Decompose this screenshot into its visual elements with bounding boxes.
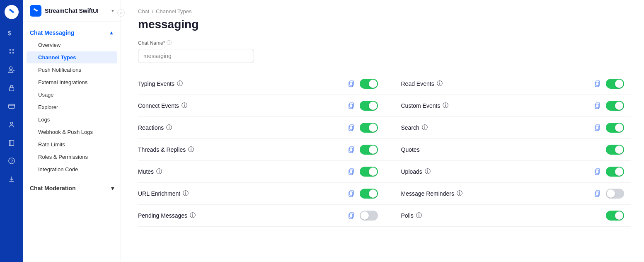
sidebar-item-integration-code[interactable]: Integration Code bbox=[27, 163, 117, 175]
mutes-controls bbox=[346, 167, 378, 177]
setting-row-typing-events: Typing Events ⓘ bbox=[138, 73, 385, 95]
typing-events-toggle[interactable] bbox=[360, 79, 378, 89]
mutes-label: Mutes ⓘ bbox=[138, 168, 162, 175]
lock-icon[interactable] bbox=[4, 80, 19, 95]
profile-icon[interactable] bbox=[4, 117, 19, 132]
chat-moderation-header[interactable]: Chat Moderation ▾ bbox=[23, 182, 121, 194]
quotes-toggle[interactable] bbox=[606, 145, 624, 155]
svg-rect-21 bbox=[349, 192, 353, 196]
chat-messaging-section: Chat Messaging ▲ Overview Channel Types … bbox=[23, 22, 121, 177]
typing-events-label: Typing Events ⓘ bbox=[138, 80, 183, 87]
message-reminders-controls bbox=[593, 189, 624, 199]
polls-info-icon: ⓘ bbox=[416, 212, 422, 219]
message-reminders-info-icon: ⓘ bbox=[457, 190, 462, 197]
reactions-copy-icon[interactable] bbox=[346, 123, 356, 133]
custom-events-copy-icon[interactable] bbox=[593, 101, 603, 111]
pending-messages-toggle[interactable] bbox=[360, 211, 378, 221]
threads-replies-copy-icon[interactable] bbox=[346, 145, 356, 155]
search-copy-icon[interactable] bbox=[593, 123, 603, 133]
sidebar-item-usage[interactable]: Usage bbox=[27, 89, 117, 101]
setting-row-url-enrichment: URL Enrichment ⓘ bbox=[138, 183, 385, 205]
custom-events-info-icon: ⓘ bbox=[443, 102, 448, 109]
custom-events-controls bbox=[593, 101, 624, 111]
app-name: StreamChat SwiftUI bbox=[45, 7, 108, 14]
svg-rect-23 bbox=[349, 214, 353, 218]
svg-rect-17 bbox=[349, 148, 353, 153]
message-reminders-copy-icon[interactable] bbox=[593, 189, 603, 199]
connect-events-copy-icon[interactable] bbox=[346, 101, 356, 111]
mutes-toggle[interactable] bbox=[360, 167, 378, 177]
book-icon[interactable] bbox=[4, 135, 19, 150]
read-events-toggle[interactable] bbox=[606, 79, 624, 89]
mutes-copy-icon[interactable] bbox=[346, 167, 356, 177]
sidebar-item-external-integrations[interactable]: External Integrations bbox=[27, 76, 117, 88]
search-info-icon: ⓘ bbox=[422, 124, 428, 131]
chat-messaging-header[interactable]: Chat Messaging ▲ bbox=[23, 27, 121, 39]
threads-replies-toggle[interactable] bbox=[360, 145, 378, 155]
sidebar-item-rate-limits[interactable]: Rate Limits bbox=[27, 138, 117, 150]
sidebar-item-explorer[interactable]: Explorer bbox=[27, 101, 117, 113]
main-content: Chat / Channel Types messaging Chat Name… bbox=[125, 0, 644, 262]
message-reminders-toggle[interactable] bbox=[606, 189, 624, 199]
svg-point-4 bbox=[12, 52, 14, 54]
typing-events-copy-icon[interactable] bbox=[346, 79, 356, 89]
sidebar-item-channel-types[interactable]: Channel Types bbox=[27, 51, 117, 63]
svg-rect-13 bbox=[349, 104, 353, 109]
setting-row-pending-messages: Pending Messages ⓘ bbox=[138, 205, 385, 227]
read-events-controls bbox=[593, 79, 624, 89]
person-add-icon[interactable] bbox=[4, 62, 19, 77]
setting-row-read-events: Read Events ⓘ bbox=[385, 73, 631, 95]
search-toggle[interactable] bbox=[606, 123, 624, 133]
svg-rect-6 bbox=[9, 104, 15, 109]
breadcrumb-separator: / bbox=[152, 8, 153, 15]
pending-messages-copy-icon[interactable] bbox=[346, 211, 356, 221]
sidebar-item-logs[interactable]: Logs bbox=[27, 114, 117, 126]
svg-rect-18 bbox=[350, 169, 353, 173]
setting-row-uploads: Uploads ⓘ bbox=[385, 161, 631, 183]
chat-moderation-title: Chat Moderation bbox=[30, 185, 75, 192]
sidebar-item-roles-permissions[interactable]: Roles & Permissions bbox=[27, 151, 117, 163]
stream-logo[interactable] bbox=[5, 5, 19, 19]
setting-row-polls: Polls ⓘ bbox=[385, 205, 631, 227]
settings-grid: Typing Events ⓘ Connect Events ⓘ bbox=[138, 73, 631, 227]
dollar-icon[interactable]: $ bbox=[4, 26, 19, 41]
pending-messages-controls bbox=[346, 211, 378, 221]
settings-left-col: Typing Events ⓘ Connect Events ⓘ bbox=[138, 73, 385, 227]
sidebar-item-overview[interactable]: Overview bbox=[27, 39, 117, 51]
connect-events-toggle[interactable] bbox=[360, 101, 378, 111]
url-enrichment-toggle[interactable] bbox=[360, 189, 378, 199]
chat-moderation-chevron: ▾ bbox=[111, 185, 114, 192]
app-dropdown-icon[interactable]: ▾ bbox=[111, 8, 114, 14]
card-icon[interactable] bbox=[4, 99, 19, 114]
chat-name-info-icon: ⓘ bbox=[167, 39, 172, 46]
grid-icon[interactable] bbox=[4, 44, 19, 59]
export-icon[interactable] bbox=[4, 172, 19, 187]
uploads-toggle[interactable] bbox=[606, 167, 624, 177]
chat-messaging-items: Overview Channel Types Push Notification… bbox=[23, 39, 121, 175]
reactions-toggle[interactable] bbox=[360, 123, 378, 133]
svg-rect-24 bbox=[596, 81, 600, 85]
sidebar-item-webhook-push-logs[interactable]: Webhook & Push Logs bbox=[27, 126, 117, 138]
sidebar-collapse-button[interactable]: ‹ bbox=[117, 9, 125, 17]
reactions-label: Reactions ⓘ bbox=[138, 124, 172, 131]
setting-row-custom-events: Custom Events ⓘ bbox=[385, 95, 631, 117]
svg-rect-25 bbox=[595, 82, 599, 87]
breadcrumb-chat[interactable]: Chat bbox=[138, 8, 149, 15]
svg-rect-29 bbox=[595, 126, 599, 131]
url-enrichment-copy-icon[interactable] bbox=[346, 189, 356, 199]
chat-name-input[interactable] bbox=[138, 49, 254, 63]
read-events-info-icon: ⓘ bbox=[437, 80, 443, 87]
search-controls bbox=[593, 123, 624, 133]
breadcrumb-channel-types[interactable]: Channel Types bbox=[156, 8, 192, 15]
uploads-copy-icon[interactable] bbox=[593, 167, 603, 177]
pending-messages-label: Pending Messages ⓘ bbox=[138, 212, 196, 219]
custom-events-toggle[interactable] bbox=[606, 101, 624, 111]
svg-rect-14 bbox=[350, 125, 353, 129]
help-icon[interactable]: ? bbox=[4, 153, 19, 168]
read-events-copy-icon[interactable] bbox=[593, 79, 603, 89]
connect-events-info-icon: ⓘ bbox=[182, 102, 187, 109]
uploads-label: Uploads ⓘ bbox=[401, 168, 431, 175]
typing-events-controls bbox=[346, 79, 378, 89]
sidebar-item-push-notifications[interactable]: Push Notifications bbox=[27, 64, 117, 76]
polls-toggle[interactable] bbox=[606, 211, 624, 221]
